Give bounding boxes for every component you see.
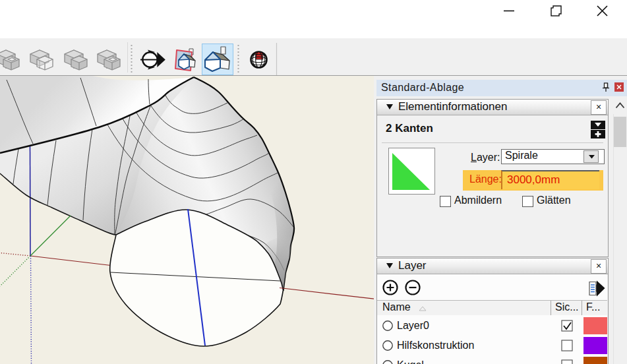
svg-text:Hilfskonstruktion: Hilfskonstruktion xyxy=(397,340,474,351)
svg-text:Layer0: Layer0 xyxy=(397,320,429,331)
svg-text:Kugel: Kugel xyxy=(397,359,424,364)
